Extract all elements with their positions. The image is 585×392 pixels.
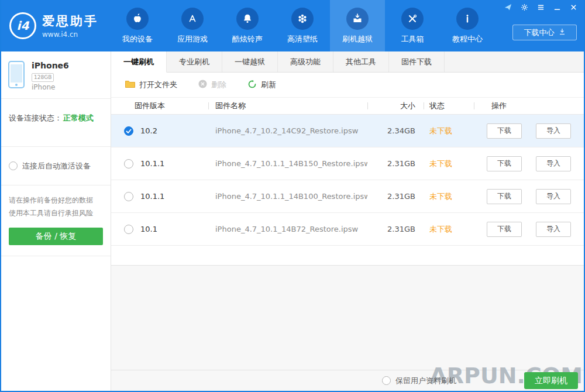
- flash-now-button[interactable]: 立即刷机: [524, 372, 578, 389]
- header: i4 爱思助手 www.i4.cn 我的设备 应用游戏: [1, 0, 584, 51]
- firmware-filename: iPhone_4.7_10.1.1_14B150_Restore.ipsw: [208, 159, 367, 168]
- row-radio[interactable]: [124, 192, 133, 201]
- firmware-filename: iPhone_4.7_10.1_14B72_Restore.ipsw: [208, 225, 367, 233]
- minimize-icon[interactable]: [553, 3, 562, 12]
- firmware-row[interactable]: 10.2 iPhone_4.7_10.2_14C92_Restore.ipsw …: [111, 115, 584, 147]
- tab-pro-flash[interactable]: 专业刷机: [167, 51, 222, 72]
- firmware-status: 未下载: [424, 126, 474, 136]
- import-button[interactable]: 导入: [536, 123, 571, 139]
- firmware-filename: iPhone_4.7_10.2_14C92_Restore.ipsw: [208, 126, 367, 135]
- nav-item-apps-games[interactable]: 应用游戏: [165, 0, 220, 51]
- device-model: iPhone: [32, 83, 69, 91]
- refresh-icon: [247, 80, 257, 91]
- tab-one-click-flash[interactable]: 一键刷机: [111, 51, 167, 73]
- firmware-status: 未下载: [424, 224, 474, 235]
- row-radio[interactable]: [124, 159, 133, 169]
- wallpaper-flower-icon: [291, 8, 314, 30]
- download-button[interactable]: 下载: [487, 189, 522, 204]
- firmware-filename: iPhone_4.7_10.1.1_14B100_Restore.ipsw: [208, 192, 367, 201]
- main-nav: 我的设备 应用游戏 酷炫铃声 高清壁纸: [110, 0, 495, 51]
- apple-icon: [126, 8, 149, 30]
- logo-text: i4: [17, 19, 29, 33]
- device-name: iPhone6: [32, 61, 69, 70]
- header-operation: 操作: [474, 98, 584, 114]
- header-firmware-version: 固件版本: [111, 98, 208, 114]
- firmware-version: 10.1.1: [140, 192, 164, 201]
- sidebar: iPhone6 128GB iPhone 设备连接状态：正常模式 连接后自动激活…: [1, 51, 111, 391]
- import-button[interactable]: 导入: [536, 222, 571, 237]
- folder-icon: [125, 80, 135, 90]
- main-content: 一键刷机 专业刷机 一键越狱 高级功能 其他工具 固件下载 打开文件夹: [111, 51, 584, 391]
- download-button[interactable]: 下载: [487, 123, 522, 139]
- import-button[interactable]: 导入: [536, 189, 571, 204]
- download-button[interactable]: 下载: [487, 156, 522, 171]
- firmware-size: 2.31GB: [367, 225, 424, 233]
- tab-bar: 一键刷机 专业刷机 一键越狱 高级功能 其他工具 固件下载: [111, 51, 584, 73]
- flash-package-icon: [346, 8, 369, 30]
- iphone-icon: [8, 61, 25, 88]
- firmware-version: 10.1: [140, 225, 157, 233]
- firmware-row[interactable]: 10.1 iPhone_4.7_10.1_14B72_Restore.ipsw …: [111, 213, 584, 246]
- i4-logo-icon: i4: [9, 12, 36, 39]
- header-size: 大小: [367, 98, 424, 114]
- firmware-size: 2.31GB: [367, 192, 424, 201]
- firmware-row[interactable]: 10.1.1 iPhone_4.7_10.1.1_14B150_Restore.…: [111, 147, 584, 180]
- table-header: 固件版本 固件名称 大小 状态 操作: [111, 97, 584, 115]
- row-radio[interactable]: [124, 225, 133, 234]
- tab-other-tools[interactable]: 其他工具: [333, 51, 389, 72]
- refresh-button[interactable]: 刷新: [247, 80, 276, 91]
- toolbar: 打开文件夹 删除 刷新: [111, 73, 584, 97]
- brand: i4 爱思助手 www.i4.cn: [1, 0, 110, 51]
- firmware-size: 2.31GB: [367, 159, 424, 168]
- tab-one-click-jailbreak[interactable]: 一键越狱: [222, 51, 278, 72]
- app-title: 爱思助手: [42, 13, 98, 29]
- auto-activate-label: 连接后自动激活设备: [22, 161, 91, 171]
- tab-advanced[interactable]: 高级功能: [278, 51, 333, 72]
- delete-icon: [198, 80, 207, 90]
- firmware-version: 10.2: [140, 126, 157, 135]
- import-button[interactable]: 导入: [536, 156, 571, 171]
- menu-icon[interactable]: [536, 3, 545, 12]
- header-firmware-name: 固件名称: [208, 98, 367, 114]
- download-button[interactable]: 下载: [487, 222, 522, 237]
- footer-bar: 保留用户资料刷机 立即刷机: [111, 370, 584, 391]
- download-center-button[interactable]: 下载中心: [512, 25, 577, 40]
- keep-user-data-label: 保留用户资料刷机: [395, 376, 456, 386]
- warning-line-2: 使用本工具请自行承担风险: [9, 207, 103, 219]
- nav-item-toolbox[interactable]: 工具箱: [385, 0, 440, 51]
- nav-item-my-devices[interactable]: 我的设备: [110, 0, 165, 51]
- delete-button[interactable]: 删除: [198, 80, 226, 90]
- app-window: i4 爱思助手 www.i4.cn 我的设备 应用游戏: [0, 0, 585, 392]
- nav-item-flash-jailbreak[interactable]: 刷机越狱: [330, 0, 385, 51]
- theme-icon[interactable]: [504, 3, 512, 12]
- firmware-row[interactable]: 10.1.1 iPhone_4.7_10.1.1_14B100_Restore.…: [111, 180, 584, 213]
- nav-item-wallpapers[interactable]: 高清壁纸: [275, 0, 330, 51]
- settings-gear-icon[interactable]: [520, 3, 529, 12]
- keep-user-data-option[interactable]: 保留用户资料刷机: [382, 376, 456, 386]
- connection-status-value: 正常模式: [63, 114, 94, 122]
- auto-activate-radio[interactable]: [9, 161, 18, 170]
- close-icon[interactable]: [569, 3, 578, 12]
- download-icon: [559, 28, 566, 37]
- firmware-size: 2.34GB: [367, 126, 424, 135]
- firmware-status: 未下载: [424, 191, 474, 202]
- nav-item-ringtones[interactable]: 酷炫铃声: [220, 0, 275, 51]
- device-capacity-badge: 128GB: [32, 73, 54, 82]
- bell-icon: [236, 8, 259, 30]
- toolbox-icon: [401, 8, 424, 30]
- row-radio-checked[interactable]: [124, 126, 133, 136]
- nav-item-tutorials[interactable]: 教程中心: [440, 0, 495, 51]
- keep-user-data-radio[interactable]: [382, 376, 391, 385]
- app-subtitle: www.i4.cn: [42, 30, 98, 39]
- auto-activate-option[interactable]: 连接后自动激活设备: [1, 146, 111, 185]
- content-filler: [111, 266, 584, 370]
- device-card: iPhone6 128GB iPhone: [1, 51, 111, 98]
- connection-status-label: 设备连接状态：: [9, 114, 62, 122]
- header-status: 状态: [424, 98, 474, 114]
- firmware-version: 10.1.1: [140, 159, 164, 168]
- backup-restore-button[interactable]: 备份 / 恢复: [9, 228, 103, 245]
- open-folder-button[interactable]: 打开文件夹: [125, 80, 177, 90]
- info-icon: [456, 8, 479, 30]
- tab-firmware-download[interactable]: 固件下载: [389, 51, 445, 72]
- connection-status: 设备连接状态：正常模式: [1, 98, 111, 146]
